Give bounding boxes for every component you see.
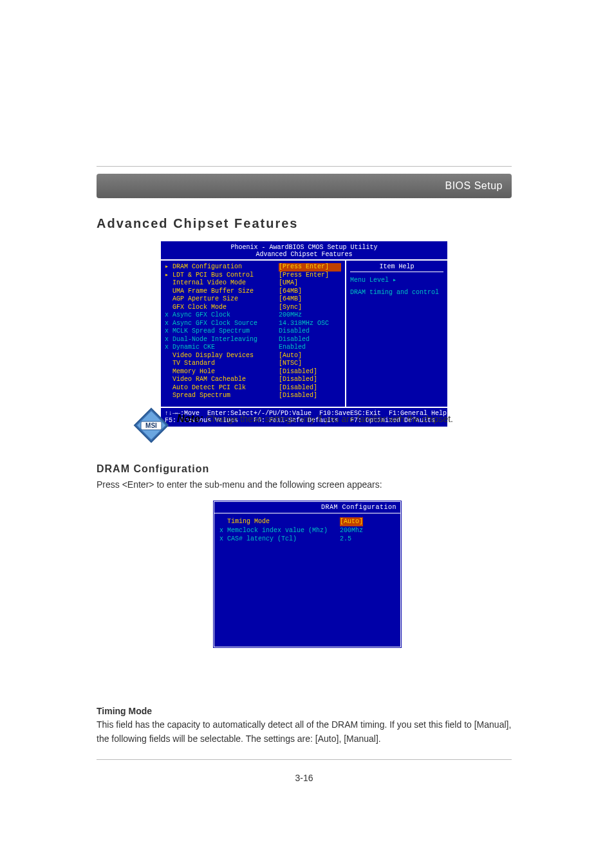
msi-logo-icon: MSI <box>133 407 169 443</box>
bios-menu-level-label: Menu Level <box>350 277 389 284</box>
bios-option-value: [Disabled] <box>279 368 341 376</box>
bios-option-value: 200MHz <box>279 311 341 320</box>
bios-option-row: x Async GFX Clock200MHz <box>165 311 341 320</box>
bios-option-list: ▸ DRAM Configuration[Press Enter]▸ LDT &… <box>161 261 345 407</box>
bios-option-label: Video RAM Cacheable <box>172 376 279 384</box>
blank-marker <box>165 368 172 376</box>
x-marker-icon: x <box>219 526 227 535</box>
bios-option-label: Video Display Devices <box>172 352 279 360</box>
triangle-right-icon: ▸ <box>165 263 172 272</box>
bios-option-value: [Auto] <box>279 352 341 360</box>
bios-option-row: UMA Frame Buffer Size[64MB] <box>165 288 341 296</box>
blank-marker <box>165 360 172 368</box>
bios2-option-list: Timing Mode[Auto]x Memclock index value … <box>214 513 400 647</box>
bios-menu-level: Menu Level <box>350 276 443 284</box>
bios-option-row: Video RAM Cacheable[Disabled] <box>165 376 341 384</box>
bios-option-label: Auto Detect PCI Clk <box>172 384 279 392</box>
blank-marker <box>165 352 172 360</box>
blank-marker <box>165 304 172 312</box>
bios-option-label: Memory Hole <box>172 368 279 376</box>
blank-marker <box>165 392 172 400</box>
bios-option-value: [Disabled] <box>279 384 341 392</box>
page-number: 3-16 <box>97 773 512 783</box>
bios2-option-value: 2.5 <box>340 535 351 544</box>
timing-mode-body: This field has the capacity to automatic… <box>97 717 512 746</box>
bios2-option-value: 200Mhz <box>340 526 363 535</box>
bios-help-panel: Item Help Menu Level DRAM timing and con… <box>345 261 447 407</box>
section-heading: Advanced Chipset Features <box>97 216 512 231</box>
bios-option-value: [Press Enter] <box>279 263 341 272</box>
x-marker-icon: x <box>219 535 227 544</box>
x-marker-icon: x <box>165 328 172 336</box>
bios-option-label: DRAM Configuration <box>172 263 279 272</box>
bios-option-row: ▸ DRAM Configuration[Press Enter] <box>165 263 341 272</box>
bios-option-label: UMA Frame Buffer Size <box>172 288 279 296</box>
dram-heading: DRAM Configuration <box>97 463 512 475</box>
bios-option-value: 14.318MHz OSC <box>279 320 341 328</box>
bios-option-value: [Press Enter] <box>279 272 341 280</box>
bios-title-line1: Phoenix - AwardBIOS CMOS Setup Utility <box>230 244 377 251</box>
bios-option-value: [Sync] <box>279 304 341 312</box>
bios-option-label: TV Standard <box>172 360 279 368</box>
bios-screenshot-dram-config: DRAM Configuration Timing Mode[Auto]x Me… <box>212 500 402 649</box>
bios-option-value: Disabled <box>279 328 341 336</box>
bios-option-value: Disabled <box>279 336 341 344</box>
x-marker-icon: x <box>165 336 172 344</box>
note-heading: Note: <box>177 413 203 424</box>
bios-option-row: Spread Spectrum[Disabled] <box>165 392 341 400</box>
x-marker-icon: x <box>165 311 172 320</box>
svg-text:MSI: MSI <box>145 422 157 429</box>
blank-marker <box>165 279 172 288</box>
blank-marker <box>165 376 172 384</box>
chapter-header-bar: BIOS Setup <box>97 174 512 198</box>
bios-option-value: [Disabled] <box>279 392 341 400</box>
bios-option-label: AGP Aperture Size <box>172 295 279 304</box>
page-bottom-rule <box>97 759 512 760</box>
bios-option-label: Dual-Node Interleaving <box>172 336 279 344</box>
bios-title: Phoenix - AwardBIOS CMOS Setup Utility A… <box>161 241 447 259</box>
bios-option-label: Dynamic CKE <box>172 344 279 352</box>
timing-mode-subheading: Timing Mode <box>97 706 512 716</box>
bios-option-label: Internal Video Mode <box>172 279 279 288</box>
bios-body: ▸ DRAM Configuration[Press Enter]▸ LDT &… <box>161 259 447 407</box>
bios2-option-label: CAS# latency (Tcl) <box>227 535 340 544</box>
bios2-header: DRAM Configuration <box>214 502 400 513</box>
bios-option-value: [UMA] <box>279 279 341 288</box>
bios-option-label: Async GFX Clock Source <box>172 320 279 328</box>
bios-option-value: Enabled <box>279 344 341 352</box>
bios-option-label: LDT & PCI Bus Control <box>172 272 279 280</box>
blank-marker <box>219 517 227 526</box>
x-marker-icon: x <box>165 320 172 328</box>
page-top-rule <box>97 166 512 167</box>
bios-option-row: x Dual-Node InterleavingDisabled <box>165 336 341 344</box>
bios2-option-label: Timing Mode <box>227 517 340 526</box>
page-content: BIOS Setup Advanced Chipset Features Pho… <box>97 174 512 428</box>
dram-intro-text: Press <Enter> to enter the sub-menu and … <box>97 477 512 492</box>
note-body: Change these settings only if you are fa… <box>206 414 453 424</box>
note-block: Note: Change these settings only if you … <box>177 412 512 426</box>
bios-option-row: Video Display Devices[Auto] <box>165 352 341 360</box>
bios-option-row: x Dynamic CKEEnabled <box>165 344 341 352</box>
bios-option-label: Spread Spectrum <box>172 392 279 400</box>
bios-option-row: Internal Video Mode[UMA] <box>165 279 341 288</box>
bios2-option-value: [Auto] <box>340 517 363 526</box>
msi-logo-badge: MSI <box>133 407 169 443</box>
bios-option-value: [Disabled] <box>279 376 341 384</box>
bios-option-row: Memory Hole[Disabled] <box>165 368 341 376</box>
bios2-option-row: x Memclock index value (Mhz)200Mhz <box>219 526 396 535</box>
blank-marker <box>165 295 172 304</box>
bios-option-value: [64MB] <box>279 295 341 304</box>
chapter-header-text: BIOS Setup <box>445 180 503 192</box>
blank-marker <box>165 288 172 296</box>
bios-option-row: Auto Detect PCI Clk[Disabled] <box>165 384 341 392</box>
bios-option-row: AGP Aperture Size[64MB] <box>165 295 341 304</box>
bios-option-value: [NTSC] <box>279 360 341 368</box>
bios2-option-label: Memclock index value (Mhz) <box>227 526 340 535</box>
bios-help-header: Item Help <box>350 263 443 272</box>
bios-help-description: DRAM timing and control <box>350 289 443 296</box>
bios-option-label: GFX Clock Mode <box>172 304 279 312</box>
bios-option-label: Async GFX Clock <box>172 311 279 320</box>
bios2-option-row: Timing Mode[Auto] <box>219 517 396 526</box>
bios-option-label: MCLK Spread Spectrum <box>172 328 279 336</box>
bios-option-row: ▸ LDT & PCI Bus Control[Press Enter] <box>165 272 341 280</box>
